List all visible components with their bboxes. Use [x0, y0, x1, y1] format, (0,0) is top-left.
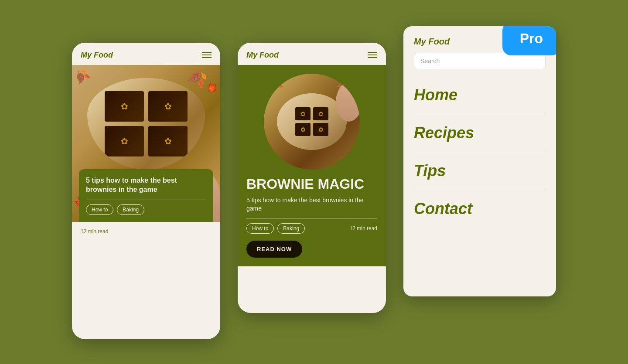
phone1-read-time: 12 min read	[81, 228, 108, 235]
pro-badge: Pro	[502, 26, 556, 55]
nav-item-tips-label: Tips	[414, 162, 446, 180]
nav-item-home-label: Home	[414, 86, 457, 104]
phone-mock-1: My Food 🍂 🍂 🍁 🍁 🍂	[72, 43, 220, 339]
phone2-tag-baking[interactable]: Baking	[277, 223, 305, 234]
circle-hand	[336, 82, 360, 122]
circle-leaf-icon: 🍂	[266, 75, 284, 94]
phone1-tags: How to Baking	[86, 204, 206, 215]
phone2-headline: BROWNIE MAGIC	[246, 177, 377, 192]
phone2-circle-wrap: 🍂 🍂 🍁 ✿ ✿ ✿ ✿	[246, 74, 377, 170]
phone2-body: 🍂 🍂 🍁 ✿ ✿ ✿ ✿	[238, 65, 386, 266]
phone-mock-2: My Food 🍂 🍂 🍁 ✿	[238, 43, 386, 313]
nav-item-recipes-label: Recipes	[414, 124, 474, 142]
nav-menu: Home Recipes Tips Contact	[403, 76, 556, 228]
phone2-subtitle: 5 tips how to make the best brownies in …	[246, 196, 377, 213]
leaf-icon: 🍂	[72, 66, 92, 87]
phone2-header: My Food	[238, 43, 386, 65]
phone2-circle-image: 🍂 🍂 🍁 ✿ ✿ ✿ ✿	[264, 74, 360, 170]
circle-brownie-grid: ✿ ✿ ✿ ✿	[289, 101, 335, 143]
nav-item-home[interactable]: Home	[414, 76, 546, 114]
phone1-header: My Food	[72, 43, 220, 65]
circle-leaf-icon: 🍁	[342, 148, 360, 166]
leaf-icon: 🍁	[204, 80, 220, 96]
plate: ✿ ✿ ✿ ✿	[87, 78, 205, 170]
phone1-footer: 12 min read	[72, 222, 220, 244]
search-placeholder: Search	[420, 58, 440, 65]
phone1-divider	[86, 200, 206, 200]
phone2-menu-icon[interactable]	[368, 52, 377, 58]
phone2-tags-row: How to Baking 12 min read	[246, 223, 377, 234]
nav-item-contact[interactable]: Contact	[414, 190, 546, 228]
nav-item-contact-label: Contact	[414, 200, 472, 218]
circle-brownie-piece: ✿	[295, 107, 311, 120]
brownie-piece: ✿	[105, 91, 144, 122]
nav-item-tips[interactable]: Tips	[414, 152, 546, 190]
phone1-content: My Food 🍂 🍂 🍁 🍁 🍂	[72, 43, 220, 339]
page-wrapper: My Food 🍂 🍂 🍁 🍁 🍂	[0, 0, 628, 364]
phone1-tag-baking[interactable]: Baking	[117, 204, 144, 215]
circle-brownie-piece: ✿	[295, 123, 311, 136]
phone1-menu-icon[interactable]	[202, 52, 212, 58]
phone2-read-time: 12 min read	[350, 225, 377, 231]
read-now-button[interactable]: READ NOW	[246, 241, 302, 258]
phone1-article-title: 5 tips how to make the best brownies in …	[86, 176, 206, 194]
nav-item-recipes[interactable]: Recipes	[414, 114, 546, 152]
brownie-piece: ✿	[105, 126, 144, 156]
phone2-logo: My Food	[246, 51, 279, 60]
circle-brownie-piece: ✿	[313, 123, 328, 136]
nav-panel: Pro My Food Search Home Recipes Tips Con…	[403, 26, 556, 296]
phone1-article-card: 5 tips how to make the best brownies in …	[79, 169, 213, 222]
phone1-tag-howto[interactable]: How to	[86, 204, 113, 215]
phone1-logo: My Food	[81, 51, 113, 60]
brownie-grid: ✿ ✿ ✿ ✿	[87, 78, 205, 170]
circle-brownie-piece: ✿	[313, 107, 328, 120]
brownie-piece: ✿	[148, 91, 188, 122]
phone2-divider	[246, 218, 377, 219]
phone2-tag-howto[interactable]: How to	[246, 223, 274, 234]
phone1-image: 🍂 🍂 🍁 🍁 🍂 ✿ ✿ ✿ ✿	[72, 65, 220, 222]
brownie-piece: ✿	[148, 126, 188, 156]
